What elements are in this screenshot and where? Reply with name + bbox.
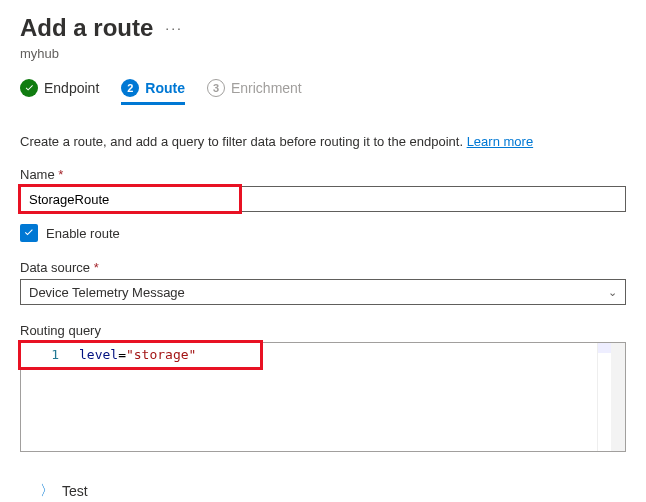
- select-value: Device Telemetry Message: [29, 285, 185, 300]
- scrollbar[interactable]: [611, 343, 625, 451]
- enable-route-label: Enable route: [46, 226, 120, 241]
- minimap: [597, 343, 611, 451]
- line-number-gutter: 1: [21, 343, 69, 451]
- description-text: Create a route, and add a query to filte…: [20, 134, 467, 149]
- code-operator: =: [118, 347, 126, 362]
- step-label: Endpoint: [44, 80, 99, 96]
- step-endpoint[interactable]: Endpoint: [20, 79, 99, 105]
- name-field-label: Name *: [20, 167, 626, 182]
- more-icon[interactable]: ···: [165, 20, 183, 36]
- breadcrumb: myhub: [20, 46, 626, 61]
- step-number: 2: [121, 79, 139, 97]
- step-number: 3: [207, 79, 225, 97]
- label-text: Name: [20, 167, 55, 182]
- code-string: "storage": [126, 347, 196, 362]
- step-enrichment[interactable]: 3 Enrichment: [207, 79, 302, 105]
- enable-route-checkbox[interactable]: [20, 224, 38, 242]
- line-number: 1: [21, 347, 59, 362]
- step-route[interactable]: 2 Route: [121, 79, 185, 105]
- test-expander[interactable]: 〉 Test: [40, 482, 626, 500]
- code-line[interactable]: level="storage": [69, 343, 597, 451]
- routing-query-editor[interactable]: 1 level="storage": [20, 342, 626, 452]
- test-label: Test: [62, 483, 88, 499]
- step-label: Route: [145, 80, 185, 96]
- routing-query-field-label: Routing query: [20, 323, 626, 338]
- stepper: Endpoint 2 Route 3 Enrichment: [20, 79, 626, 106]
- learn-more-link[interactable]: Learn more: [467, 134, 533, 149]
- step-label: Enrichment: [231, 80, 302, 96]
- label-text: Data source: [20, 260, 90, 275]
- description: Create a route, and add a query to filte…: [20, 134, 626, 149]
- required-asterisk: *: [58, 167, 63, 182]
- required-asterisk: *: [94, 260, 99, 275]
- code-identifier: level: [79, 347, 118, 362]
- checkmark-icon: [23, 227, 35, 239]
- name-input[interactable]: [20, 186, 626, 212]
- data-source-select[interactable]: Device Telemetry Message ⌄: [20, 279, 626, 305]
- checkmark-icon: [20, 79, 38, 97]
- page-title: Add a route: [20, 14, 153, 42]
- chevron-down-icon: ⌄: [608, 286, 617, 299]
- data-source-field-label: Data source *: [20, 260, 626, 275]
- chevron-right-icon: 〉: [40, 482, 54, 500]
